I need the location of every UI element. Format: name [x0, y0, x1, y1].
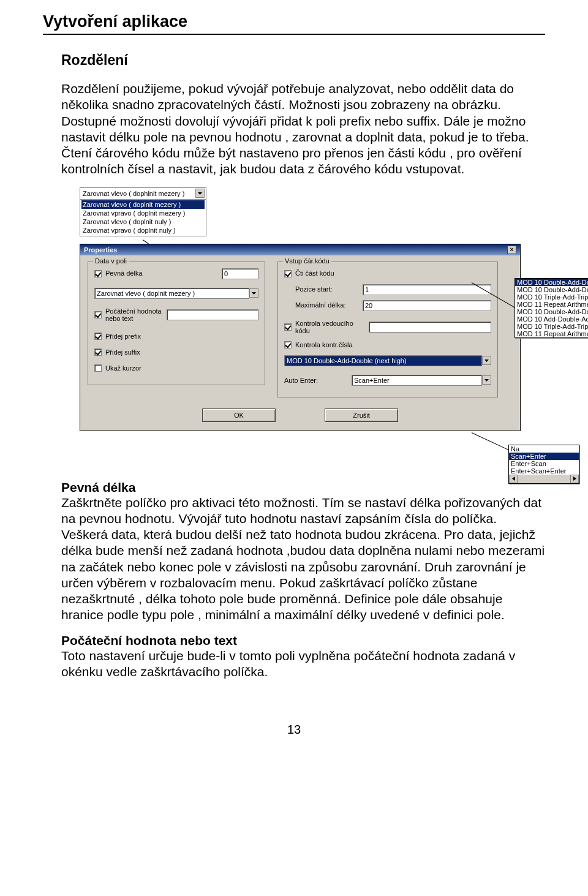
- scrollbar[interactable]: [509, 475, 579, 483]
- heading-pevna-delka: Pevná délka: [61, 480, 545, 495]
- list-item[interactable]: MOD 10 Double-Add-Double (next low): [515, 308, 588, 315]
- ok-button[interactable]: OK: [202, 408, 276, 422]
- label-pozice-start: Pozice start:: [295, 285, 363, 293]
- page-title: Vytvoření aplikace: [43, 12, 545, 35]
- label-prefix: Přidej prefix: [105, 333, 141, 340]
- checkbox-cti-cast[interactable]: [284, 270, 292, 277]
- list-item[interactable]: MOD 11 Repeat Arithmetic (next high): [515, 301, 588, 308]
- listbox-auto-enter[interactable]: Na Scan+Enter Enter+Scan Enter+Scan+Ente…: [508, 445, 579, 484]
- group-legend: Vstup čár.kódu: [283, 257, 331, 265]
- listbox-mod[interactable]: MOD 10 Double-Add-Double (next high) MOD…: [514, 278, 588, 338]
- list-item[interactable]: MOD 10 Triple-Add-Triple (next high): [515, 293, 588, 301]
- label-max-delka: Maximální délka:: [295, 301, 363, 309]
- dropdown-selected: Zarovnat vlevo ( dophlnit mezery ): [83, 190, 184, 197]
- section-subtitle: Rozdělení: [61, 52, 545, 69]
- group-vstup-kodu: Vstup čár.kódu Čti část kódu Pozice star…: [277, 262, 498, 397]
- dropdown-item[interactable]: Zarovnat vlevo ( doplnit mezery ): [81, 200, 205, 209]
- list-item[interactable]: MOD 10 Triple-Add-Triple (next low): [515, 323, 588, 330]
- combo-mod[interactable]: [284, 355, 482, 366]
- input-kontrola-ved[interactable]: [369, 322, 491, 333]
- list-item[interactable]: Enter+Scan: [509, 460, 579, 467]
- chevron-down-icon[interactable]: [482, 375, 491, 385]
- intro-paragraph: Rozdělení použijeme, pokud vývojář potře…: [61, 81, 545, 178]
- list-item[interactable]: MOD 11 Repeat Arithmetic (next low): [515, 330, 588, 337]
- checkbox-kontrola-ved[interactable]: [284, 323, 292, 331]
- input-pocatecni[interactable]: [167, 309, 258, 320]
- label-pevna-delka: Pevná délka: [105, 269, 143, 277]
- input-pevna-delka[interactable]: [222, 268, 258, 279]
- chevron-down-icon[interactable]: [195, 189, 205, 198]
- list-item[interactable]: MOD 10 Double-Add-Double (next high): [515, 279, 588, 286]
- scroll-left-icon[interactable]: [509, 475, 518, 483]
- checkbox-prefix[interactable]: [94, 333, 102, 340]
- para-pocatecni: Toto nastavení určuje bude-li v tomto po…: [61, 648, 545, 680]
- scroll-right-icon[interactable]: [570, 475, 579, 483]
- checkbox-suffix[interactable]: [94, 348, 102, 356]
- para-pevna-delka: Zaškrtněte políčko pro aktivaci této mož…: [61, 495, 545, 623]
- input-max-delka[interactable]: [363, 300, 491, 311]
- list-item[interactable]: MOD 10 Add-Double-Add (next low): [515, 315, 588, 323]
- label-pocatecni: Počáteční hodnota nebo text: [105, 307, 167, 322]
- label-cti-cast: Čti část kódu: [295, 269, 334, 277]
- properties-window: Properties × Data v poli Pevná délka: [80, 244, 521, 431]
- page-number: 13: [43, 723, 545, 737]
- checkbox-pocatecni[interactable]: [94, 311, 102, 318]
- input-pozice-start[interactable]: [363, 284, 491, 295]
- group-data-v-poli: Data v poli Pevná délka: [88, 262, 265, 385]
- list-item[interactable]: MOD 10 Double-Add-Double (next high): [515, 286, 588, 293]
- label-suffix: Přidej suffix: [105, 348, 140, 356]
- cancel-button[interactable]: Zrušit: [325, 408, 398, 422]
- heading-pocatecni: Počáteční hodnota nebo text: [61, 633, 545, 648]
- checkbox-ukaz-kurzor[interactable]: [94, 364, 102, 372]
- list-item[interactable]: Scan+Enter: [509, 453, 579, 460]
- chevron-down-icon[interactable]: [482, 356, 491, 365]
- dropdown-item[interactable]: Zarovnat vpravo ( doplnit mezery ): [81, 209, 205, 217]
- label-kontrola-kontr: Kontrola kontr.čísla: [295, 341, 353, 348]
- close-icon[interactable]: ×: [507, 246, 516, 254]
- label-ukaz-kurzor: Ukaž kurzor: [105, 364, 141, 372]
- label-kontrola-ved: Kontrola vedoucího kódu: [295, 320, 369, 334]
- dropdown-item[interactable]: Zarovnat vpravo ( doplnit nuly ): [81, 226, 205, 235]
- dropdown-item[interactable]: Zarovnat vlevo ( doplnit nuly ): [81, 217, 205, 226]
- group-legend: Data v poli: [93, 257, 129, 265]
- combo-auto-enter[interactable]: [352, 375, 482, 386]
- checkbox-kontrola-kontr[interactable]: [284, 341, 292, 348]
- window-title: Properties: [84, 246, 117, 254]
- chevron-down-icon[interactable]: [249, 288, 258, 298]
- checkbox-pevna-delka[interactable]: [94, 270, 102, 277]
- list-item[interactable]: Na: [509, 445, 579, 453]
- screenshot-composite: Zarovnat vlevo ( dophlnit mezery ) Zarov…: [80, 187, 545, 431]
- label-auto-enter: Auto Enter:: [284, 377, 352, 384]
- list-item[interactable]: Enter+Scan+Enter: [509, 467, 579, 475]
- dropdown-zarovnat[interactable]: Zarovnat vlevo ( dophlnit mezery ) Zarov…: [80, 187, 206, 236]
- combo-zarovnat[interactable]: [94, 288, 249, 299]
